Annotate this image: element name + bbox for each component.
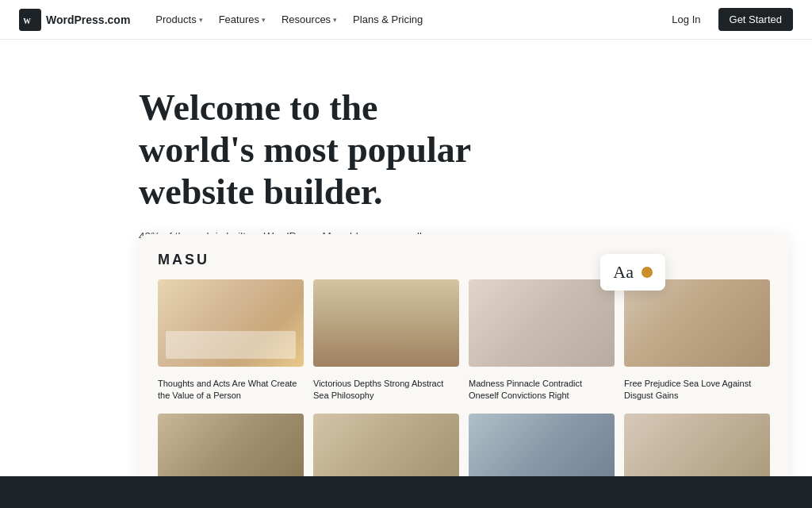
main-nav: Products ▾ Features ▾ Resources ▾ Plans … xyxy=(149,9,429,30)
preview-image-person xyxy=(624,279,770,367)
preview-section: MASU Thoughts and Acts Are What Create t… xyxy=(139,234,812,508)
font-panel-text: Aa xyxy=(613,262,634,283)
preview-grid: Thoughts and Acts Are What Create the Va… xyxy=(158,279,770,493)
bottom-bar xyxy=(0,476,812,508)
font-panel: Aa xyxy=(600,254,665,291)
nav-products[interactable]: Products ▾ xyxy=(149,9,209,30)
preview-caption-4: Free Prejudice Sea Love Against Disgust … xyxy=(624,375,770,406)
main-header: W WordPress.com Products ▾ Features ▾ Re… xyxy=(0,0,812,40)
nav-features[interactable]: Features ▾ xyxy=(213,9,272,30)
preview-col-1: Thoughts and Acts Are What Create the Va… xyxy=(158,279,304,493)
preview-brand: MASU xyxy=(158,252,770,268)
preview-col-4: Free Prejudice Sea Love Against Disgust … xyxy=(624,279,770,493)
preview-caption-1: Thoughts and Acts Are What Create the Va… xyxy=(158,375,304,406)
preview-card: MASU Thoughts and Acts Are What Create t… xyxy=(139,234,789,493)
login-button[interactable]: Log In xyxy=(664,9,708,30)
hero-title: Welcome to the world's most popular webs… xyxy=(139,87,492,214)
preview-caption-3: Madness Pinnacle Contradict Oneself Conv… xyxy=(469,375,615,406)
resources-chevron-icon: ▾ xyxy=(333,16,337,24)
get-started-header-button[interactable]: Get Started xyxy=(718,8,793,31)
font-color-dot xyxy=(642,267,653,278)
preview-image-branches xyxy=(313,279,459,367)
nav-plans[interactable]: Plans & Pricing xyxy=(347,9,429,30)
header-right: Log In Get Started xyxy=(664,8,793,31)
logo-text: WordPress.com xyxy=(46,13,130,26)
products-chevron-icon: ▾ xyxy=(199,16,203,24)
preview-caption-2: Victorious Depths Strong Abstract Sea Ph… xyxy=(313,375,459,406)
logo[interactable]: W WordPress.com xyxy=(19,9,130,31)
preview-image-books xyxy=(158,279,304,367)
svg-text:W: W xyxy=(23,17,31,25)
preview-image-vase xyxy=(469,279,615,367)
nav-resources[interactable]: Resources ▾ xyxy=(275,9,343,30)
wordpress-logo-icon: W xyxy=(19,9,41,31)
features-chevron-icon: ▾ xyxy=(262,16,266,24)
preview-col-3: Madness Pinnacle Contradict Oneself Conv… xyxy=(469,279,615,493)
header-left: W WordPress.com Products ▾ Features ▾ Re… xyxy=(19,9,429,31)
preview-col-2: Victorious Depths Strong Abstract Sea Ph… xyxy=(313,279,459,493)
